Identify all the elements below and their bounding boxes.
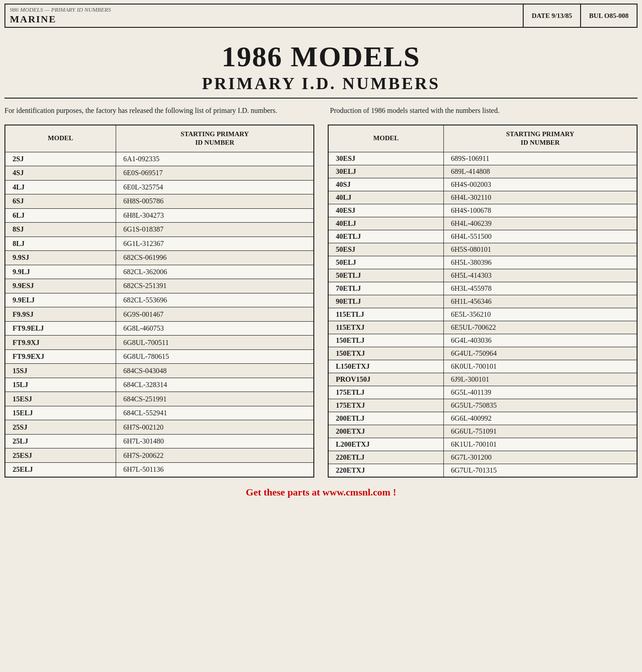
right-table: MODEL STARTING PRIMARYID NUMBER 30ESJ 68… [328, 125, 638, 478]
right-model-cell: 200ETXJ [328, 425, 443, 438]
left-id-cell: 6H7L-301480 [116, 434, 314, 448]
header-marine-label: MARINE [10, 13, 518, 25]
right-model-cell: 150ETLJ [328, 334, 443, 347]
left-id-cell: 6A1-092335 [116, 152, 314, 166]
right-id-cell: 6H4L-302110 [443, 191, 637, 204]
left-table-row: FT9.9EXJ 6G8UL-780615 [5, 349, 314, 364]
header-top-text: 986 MODELS — PRIMARY ID NUMBERS [10, 6, 518, 13]
left-table-row: 25ESJ 6H7S-200622 [5, 448, 314, 463]
right-table-row: 70ETLJ 6H3L-455978 [328, 282, 637, 295]
left-model-cell: 4SJ [5, 166, 116, 181]
right-id-cell: 6H5L-380396 [443, 256, 637, 269]
right-table-row: L150ETXJ 6K0UL-700101 [328, 360, 637, 373]
left-id-cell: 684CL-328314 [116, 378, 314, 392]
right-table-row: 40SJ 6H4S-002003 [328, 178, 637, 191]
page-title: 1986 MODELS PRIMARY I.D. NUMBERS [0, 40, 642, 93]
right-table-row: 115ETXJ 6E5UL-700622 [328, 321, 637, 334]
left-id-cell: 6H7S-200622 [116, 448, 314, 463]
left-model-cell: FT9.9EXJ [5, 349, 116, 364]
right-table-row: 50ESJ 6H5S-080101 [328, 243, 637, 256]
right-table-row: 40ELJ 6H4L-406239 [328, 217, 637, 230]
title-line2: PRIMARY I.D. NUMBERS [0, 73, 642, 93]
right-table-id-header: STARTING PRIMARYID NUMBER [443, 125, 637, 152]
left-table-model-header: MODEL [5, 125, 116, 152]
right-model-cell: 115ETXJ [328, 321, 443, 334]
left-model-cell: 8LJ [5, 237, 116, 251]
title-line1: 1986 MODELS [0, 40, 642, 73]
right-id-cell: 6H3L-455978 [443, 282, 637, 295]
right-id-cell: 6E5L-356210 [443, 308, 637, 321]
right-model-cell: 40ESJ [328, 204, 443, 217]
left-id-cell: 682CL-362006 [116, 265, 314, 279]
left-table-row: 6SJ 6H8S-005786 [5, 194, 314, 209]
left-model-cell: F9.9SJ [5, 307, 116, 322]
left-id-cell: 682CS-251391 [116, 279, 314, 293]
right-model-cell: 40ELJ [328, 217, 443, 230]
right-model-cell: 220ETXJ [328, 464, 443, 477]
right-model-cell: 50ESJ [328, 243, 443, 256]
left-model-cell: 15ELJ [5, 406, 116, 420]
right-model-cell: 220ETLJ [328, 451, 443, 464]
right-model-cell: 50ETLJ [328, 269, 443, 282]
left-id-cell: 6G8L-460753 [116, 321, 314, 336]
right-id-cell: 6K0UL-700101 [443, 360, 637, 373]
right-id-cell: 6K1UL-700101 [443, 438, 637, 451]
right-id-cell: 6G7L-301200 [443, 451, 637, 464]
left-table-row: 15ESJ 684CS-251991 [5, 392, 314, 406]
right-table-row: 150ETXJ 6G4UL-750964 [328, 347, 637, 360]
intro-section: For identification purposes, the factory… [4, 105, 638, 116]
intro-right: Production of 1986 models started with t… [330, 105, 638, 116]
left-id-cell: 6G9S-001467 [116, 307, 314, 322]
right-model-cell: 115ETLJ [328, 308, 443, 321]
left-id-cell: 6H7S-002120 [116, 420, 314, 435]
left-table-row: 9.9ELJ 682CL-553696 [5, 293, 314, 307]
right-id-cell: 6H4L-551500 [443, 230, 637, 243]
left-id-cell: 6G1S-018387 [116, 223, 314, 237]
left-id-cell: 684CS-043048 [116, 364, 314, 378]
left-model-cell: 9.9ELJ [5, 293, 116, 307]
left-id-cell: 682CL-553696 [116, 293, 314, 307]
right-table-row: 90ETLJ 6H1L-456346 [328, 295, 637, 308]
right-id-cell: 6G4L-403036 [443, 334, 637, 347]
left-table-row: 8SJ 6G1S-018387 [5, 223, 314, 237]
right-id-cell: 6G7UL-701315 [443, 464, 637, 477]
left-model-cell: 25ESJ [5, 448, 116, 463]
left-model-cell: 15SJ [5, 364, 116, 378]
left-model-cell: 9.9ESJ [5, 279, 116, 293]
header-date: DATE 9/13/85 [524, 4, 581, 27]
right-table-row: 50ELJ 6H5L-380396 [328, 256, 637, 269]
left-table-row: 6LJ 6H8L-304273 [5, 208, 314, 223]
left-model-cell: 2SJ [5, 152, 116, 166]
left-table-row: 25LJ 6H7L-301480 [5, 434, 314, 448]
left-id-cell: 6E0L-325754 [116, 180, 314, 194]
tables-container: MODEL STARTING PRIMARYID NUMBER 2SJ 6A1-… [4, 125, 638, 478]
left-model-cell: 15LJ [5, 378, 116, 392]
left-model-cell: 4LJ [5, 180, 116, 194]
right-table-row: 220ETXJ 6G7UL-701315 [328, 464, 637, 477]
right-id-cell: 6G6UL-751091 [443, 425, 637, 438]
left-id-cell: 684CS-251991 [116, 392, 314, 406]
right-model-cell: L200ETXJ [328, 438, 443, 451]
right-id-cell: 689L-414808 [443, 165, 637, 178]
left-model-cell: FT9.9ELJ [5, 321, 116, 336]
left-id-cell: 6H8S-005786 [116, 194, 314, 209]
left-table-row: 2SJ 6A1-092335 [5, 152, 314, 166]
right-id-cell: 6H5L-414303 [443, 269, 637, 282]
intro-left: For identification purposes, the factory… [4, 105, 312, 116]
left-id-cell: 6H7L-501136 [116, 462, 314, 477]
left-table-row: 25ELJ 6H7L-501136 [5, 462, 314, 477]
title-divider [4, 98, 638, 99]
left-model-cell: 25SJ [5, 420, 116, 435]
right-model-cell: 150ETXJ [328, 347, 443, 360]
right-model-cell: 70ETLJ [328, 282, 443, 295]
left-id-cell: 6G8UL-700511 [116, 336, 314, 350]
right-table-row: 150ETLJ 6G4L-403036 [328, 334, 637, 347]
left-table: MODEL STARTING PRIMARYID NUMBER 2SJ 6A1-… [4, 125, 314, 478]
right-table-row: 40LJ 6H4L-302110 [328, 191, 637, 204]
right-id-cell: 6G4UL-750964 [443, 347, 637, 360]
left-table-row: FT9.9XJ 6G8UL-700511 [5, 336, 314, 350]
left-id-cell: 6G8UL-780615 [116, 349, 314, 364]
left-model-cell: 25ELJ [5, 462, 116, 477]
header-bar: 986 MODELS — PRIMARY ID NUMBERS MARINE D… [4, 4, 638, 28]
left-id-cell: 6E0S-069517 [116, 166, 314, 181]
